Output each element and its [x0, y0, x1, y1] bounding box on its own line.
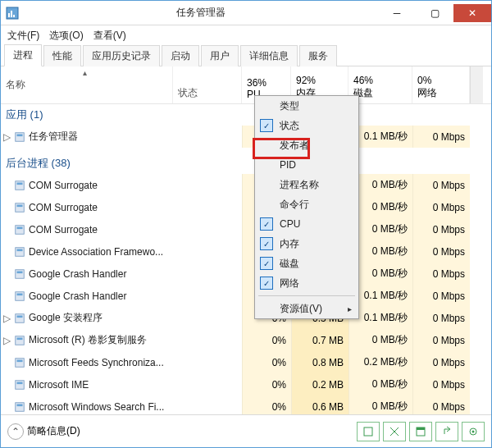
svg-rect-16 [16, 291, 25, 300]
tab-details[interactable]: 详细信息 [240, 45, 298, 66]
toolbar-button-1[interactable] [357, 422, 380, 441]
toolbar-button-2[interactable] [383, 422, 406, 441]
column-header-status-label: 状态 [178, 86, 236, 100]
tab-app-history[interactable]: 应用历史记录 [83, 45, 160, 66]
toolbar-button-4[interactable] [435, 422, 458, 441]
sort-indicator-icon: ▴ [83, 68, 87, 77]
process-row[interactable]: COM SurrogateMB0 MB/秒0 Mbps [1, 196, 491, 218]
svg-rect-20 [16, 336, 25, 345]
svg-rect-7 [17, 182, 23, 185]
cell-cpu: 0% [242, 351, 291, 373]
process-row[interactable]: ▷任务管理器MB0.1 MB/秒0 Mbps [1, 126, 491, 148]
context-menu-item[interactable]: PID [255, 155, 358, 175]
tab-services[interactable]: 服务 [299, 45, 337, 66]
cell-memory: 0.6 MB [291, 395, 348, 414]
maximize-button[interactable]: ▢ [416, 4, 453, 22]
context-menu-item[interactable]: ✓网络 [255, 273, 358, 293]
group-apps[interactable]: 应用 (1) [1, 104, 491, 126]
close-button[interactable]: ✕ [453, 4, 491, 22]
cell-network: 0 Mbps [412, 218, 470, 240]
toolbar-button-settings[interactable] [462, 422, 485, 441]
tab-users[interactable]: 用户 [201, 45, 239, 66]
check-icon: ✓ [260, 119, 273, 132]
process-name: COM Surrogate [27, 202, 173, 213]
process-row[interactable]: Google Crash Handler0%0.2 MB0 MB/秒0 Mbps [1, 263, 491, 285]
context-menu-item[interactable]: 命令行 [255, 194, 358, 214]
disk-percent: 46% [353, 75, 407, 86]
process-row[interactable]: Google Crash Handler0%0.2 MB0.1 MB/秒0 Mb… [1, 285, 491, 307]
collapse-button[interactable]: ⌃ [7, 423, 24, 440]
svg-rect-1 [8, 13, 10, 17]
window-title: 任务管理器 [24, 6, 378, 20]
minimize-button[interactable]: ─ [378, 4, 416, 22]
process-name: Microsoft (R) 卷影复制服务 [27, 333, 173, 347]
menu-file[interactable]: 文件(F) [7, 29, 39, 43]
svg-rect-25 [17, 382, 23, 384]
cell-memory: 0.8 MB [291, 351, 348, 373]
expand-icon[interactable]: ▷ [1, 335, 12, 346]
context-menu-item-label: 内存 [280, 237, 299, 251]
process-row[interactable]: COM SurrogateMB0 MB/秒0 Mbps [1, 174, 491, 196]
brief-info-label[interactable]: 简略信息(D) [27, 424, 80, 438]
column-header-status[interactable]: 状态 [173, 66, 242, 103]
process-row[interactable]: ▷Microsoft (R) 卷影复制服务0%0.7 MB0 MB/秒0 Mbp… [1, 329, 491, 351]
context-menu-item-label: 状态 [280, 119, 299, 133]
process-row[interactable]: Device Association Framewo...MB0 MB/秒0 M… [1, 240, 491, 263]
context-menu-item[interactable]: ✓内存 [255, 234, 358, 254]
menu-options[interactable]: 选项(O) [49, 29, 83, 43]
process-name: Google Crash Handler [27, 290, 173, 302]
process-row[interactable]: COM SurrogateMB0 MB/秒0 Mbps [1, 218, 491, 240]
group-background[interactable]: 后台进程 (38) [1, 153, 491, 174]
svg-rect-15 [17, 271, 23, 273]
context-menu-resource[interactable]: 资源值(V) [255, 299, 358, 318]
disk-label: 磁盘 [353, 86, 407, 100]
vertical-scrollbar[interactable] [470, 66, 483, 103]
process-name: Google 安装程序 [27, 311, 173, 325]
svg-rect-18 [16, 313, 25, 322]
svg-rect-3 [13, 15, 15, 17]
process-row[interactable]: Microsoft Feeds Synchroniza...0%0.8 MB0.… [1, 351, 491, 373]
context-menu-item-label: 进程名称 [280, 178, 319, 192]
cell-network: 0 Mbps [412, 174, 470, 196]
process-row[interactable]: Microsoft Windows Search Fi...0%0.6 MB0 … [1, 395, 491, 414]
toolbar-button-3[interactable] [409, 422, 432, 441]
process-list: 应用 (1)▷任务管理器MB0.1 MB/秒0 Mbps后台进程 (38)COM… [1, 104, 491, 414]
process-name: Google Crash Handler [27, 268, 173, 280]
column-header-name-label: 名称 [6, 78, 167, 92]
tab-processes[interactable]: 进程 [4, 44, 42, 66]
expand-icon[interactable]: ▷ [1, 313, 12, 324]
cell-network: 0 Mbps [412, 395, 470, 414]
context-menu-item[interactable]: 进程名称 [255, 175, 358, 194]
context-menu-item[interactable]: ✓CPU [255, 214, 358, 234]
cell-network: 0 Mbps [412, 351, 470, 373]
svg-rect-11 [17, 226, 23, 229]
column-header-name[interactable]: 名称 [1, 66, 173, 103]
footer-bar: ⌃ 简略信息(D) [1, 414, 491, 447]
process-name: COM Surrogate [27, 180, 173, 191]
context-menu-item-label: 网络 [280, 277, 299, 290]
svg-rect-21 [17, 337, 23, 340]
svg-point-32 [472, 430, 475, 432]
process-icon [12, 379, 27, 391]
context-menu-item-label: PID [280, 159, 296, 171]
cell-memory: 0.7 MB [291, 329, 348, 351]
cell-cpu: 0% [242, 329, 291, 351]
column-header-network[interactable]: 0%网络 [412, 66, 470, 103]
cell-network: 0 Mbps [412, 307, 470, 329]
process-row[interactable]: ▷Google 安装程序0%0.5 MB0.1 MB/秒0 Mbps [1, 307, 491, 329]
context-menu-item[interactable]: 类型 [255, 96, 358, 116]
gear-icon [467, 426, 479, 437]
expand-icon[interactable]: ▷ [1, 131, 12, 143]
process-row[interactable]: Microsoft IME0%0.2 MB0 MB/秒0 Mbps [1, 373, 491, 395]
tab-performance[interactable]: 性能 [43, 45, 81, 66]
context-menu-item[interactable]: 发布者 [255, 135, 358, 155]
svg-rect-13 [17, 249, 23, 251]
svg-rect-14 [16, 269, 25, 278]
process-icon [12, 246, 27, 258]
menu-view[interactable]: 查看(V) [93, 29, 126, 43]
context-menu-item[interactable]: ✓磁盘 [255, 254, 358, 273]
process-icon [12, 335, 27, 346]
tab-startup[interactable]: 启动 [162, 45, 199, 66]
context-menu-item[interactable]: ✓状态 [255, 116, 358, 135]
network-label: 网络 [417, 86, 464, 100]
